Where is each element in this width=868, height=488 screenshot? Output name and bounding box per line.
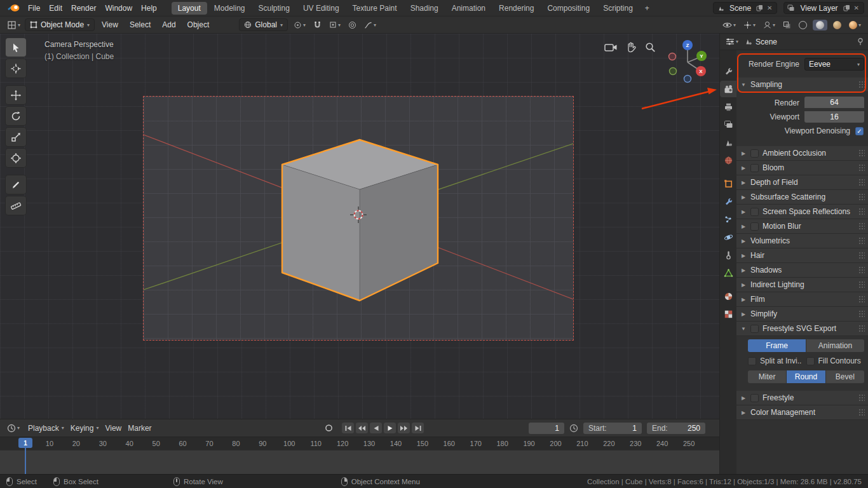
- gizmos-dropdown[interactable]: ▾: [742, 20, 757, 30]
- collapse-arrow-icon[interactable]: ▼: [740, 82, 747, 88]
- measure-tool[interactable]: [5, 196, 27, 215]
- snap-toggle[interactable]: [311, 20, 323, 30]
- view-layer-selector[interactable]: View Layer ✕: [783, 2, 864, 14]
- xray-toggle[interactable]: [781, 20, 793, 30]
- timeline-marker-menu[interactable]: Marker: [128, 424, 151, 433]
- axis-neg-z[interactable]: [684, 76, 691, 83]
- workspace-tab-animation[interactable]: Animation: [445, 2, 492, 15]
- previous-keyframe-button[interactable]: [356, 423, 368, 433]
- tab-render[interactable]: [720, 81, 736, 97]
- jump-to-start-button[interactable]: [342, 423, 354, 433]
- rotate-tool[interactable]: [5, 106, 27, 126]
- timeline-track[interactable]: [0, 450, 719, 474]
- axis-neg-x[interactable]: [669, 53, 676, 60]
- bloom-checkbox[interactable]: [750, 164, 759, 172]
- section-screen-space-reflections[interactable]: ▶ Screen Space Reflections: [736, 205, 868, 219]
- menu-edit[interactable]: Edit: [44, 3, 67, 14]
- new-scene-icon[interactable]: [756, 4, 763, 11]
- tab-output[interactable]: [720, 98, 736, 115]
- tab-object-data[interactable]: [720, 264, 736, 281]
- shading-rendered-button[interactable]: ▾: [847, 20, 863, 30]
- section-ambient-occlusion[interactable]: ▶ Ambient Occlusion: [736, 146, 868, 161]
- animation-button[interactable]: Animation: [806, 339, 864, 352]
- scene-selector[interactable]: Scene ✕: [713, 2, 777, 14]
- pin-icon[interactable]: [857, 37, 864, 46]
- section-subsurface-scattering[interactable]: ▶ Subsurface Scattering: [736, 190, 868, 205]
- split-at-invisible-option[interactable]: Split at Invi..: [748, 356, 806, 365]
- miter-button[interactable]: Miter: [748, 370, 786, 383]
- viewport-3d[interactable]: Camera Perspective (1) Collection | Cube: [0, 34, 719, 419]
- section-hair[interactable]: ▶ Hair: [736, 248, 868, 263]
- proportional-falloff-dropdown[interactable]: ▾: [362, 20, 378, 30]
- scale-tool[interactable]: [5, 127, 27, 147]
- add-menu[interactable]: Add: [158, 19, 180, 30]
- play-reverse-button[interactable]: [370, 423, 382, 433]
- tab-world[interactable]: [720, 152, 736, 168]
- select-menu[interactable]: Select: [125, 19, 155, 30]
- section-bloom[interactable]: ▶ Bloom: [736, 161, 868, 175]
- annotate-tool[interactable]: [5, 175, 27, 194]
- transform-orientation-dropdown[interactable]: Global ▾: [239, 18, 288, 31]
- frame-end-field[interactable]: End: 250: [647, 423, 705, 434]
- tab-tool[interactable]: [720, 63, 736, 79]
- tab-view-layer[interactable]: [720, 116, 736, 133]
- workspace-tab-rendering[interactable]: Rendering: [492, 2, 540, 15]
- tab-constraints[interactable]: [720, 247, 736, 263]
- shading-material-button[interactable]: [831, 20, 843, 30]
- section-volumetrics[interactable]: ▶ Volumetrics: [736, 234, 868, 248]
- section-film[interactable]: ▶ Film: [736, 292, 868, 307]
- transform-tool[interactable]: [5, 148, 27, 168]
- freestyle-checkbox[interactable]: [750, 394, 759, 402]
- show-object-types-dropdown[interactable]: ▾: [721, 20, 738, 30]
- blender-logo-icon[interactable]: [4, 4, 24, 12]
- mode-dropdown[interactable]: Object Mode ▾: [25, 18, 95, 31]
- playback-menu[interactable]: Playback▾: [28, 424, 64, 433]
- snap-target-dropdown[interactable]: ▾: [327, 20, 342, 30]
- ssr-checkbox[interactable]: [750, 208, 759, 216]
- select-box-tool[interactable]: [5, 37, 27, 57]
- freestyle-svg-checkbox[interactable]: [750, 325, 759, 333]
- menu-help[interactable]: Help: [137, 3, 161, 14]
- fill-contours-option[interactable]: Fill Contours: [806, 356, 865, 365]
- add-workspace-button[interactable]: +: [640, 3, 654, 14]
- round-button[interactable]: Round: [787, 370, 825, 383]
- workspace-tab-sculpting[interactable]: Sculpting: [252, 2, 296, 15]
- playhead-frame-badge[interactable]: 1: [18, 438, 32, 448]
- shading-solid-button[interactable]: [813, 20, 827, 30]
- section-indirect-lighting[interactable]: ▶ Indirect Lighting: [736, 278, 868, 292]
- cube-object[interactable]: [282, 140, 438, 301]
- shading-wireframe-button[interactable]: [797, 20, 809, 30]
- camera-view-button[interactable]: [604, 42, 618, 52]
- section-motion-blur[interactable]: ▶ Motion Blur: [736, 219, 868, 234]
- scene-name[interactable]: Scene: [727, 4, 754, 13]
- menu-file[interactable]: File: [24, 3, 44, 14]
- tab-scene[interactable]: [720, 134, 736, 151]
- current-frame-field[interactable]: 1: [529, 423, 564, 434]
- frame-start-field[interactable]: Start: 1: [583, 423, 642, 434]
- timeline-view-menu[interactable]: View: [105, 424, 121, 433]
- tab-physics[interactable]: [720, 229, 736, 245]
- section-shadows[interactable]: ▶ Shadows: [736, 263, 868, 278]
- unlink-scene-icon[interactable]: ✕: [766, 4, 773, 11]
- keying-menu[interactable]: Keying▾: [71, 424, 99, 433]
- play-button[interactable]: [384, 423, 396, 433]
- ambient-occlusion-checkbox[interactable]: [750, 149, 759, 158]
- move-view-button[interactable]: [626, 41, 637, 53]
- bevel-button[interactable]: Bevel: [826, 370, 864, 383]
- split-at-invisible-checkbox[interactable]: [748, 357, 756, 365]
- workspace-tab-scripting[interactable]: Scripting: [597, 2, 639, 15]
- remove-view-layer-icon[interactable]: ✕: [853, 4, 860, 11]
- workspace-tab-uv-editing[interactable]: UV Editing: [297, 2, 346, 15]
- properties-editor-type-button[interactable]: ▾: [724, 36, 740, 47]
- section-freestyle[interactable]: ▶ Freestyle: [736, 391, 868, 405]
- workspace-tab-texture-paint[interactable]: Texture Paint: [346, 2, 403, 15]
- sampling-viewport-field[interactable]: 16: [804, 111, 864, 123]
- editor-type-button[interactable]: ▾: [5, 19, 22, 31]
- auto-keying-button[interactable]: [323, 423, 335, 433]
- new-view-layer-icon[interactable]: [843, 4, 850, 11]
- workspace-tab-modeling[interactable]: Modeling: [208, 2, 252, 15]
- view-layer-icon[interactable]: [787, 4, 795, 12]
- motion-blur-checkbox[interactable]: [750, 222, 759, 231]
- scene-browse-icon[interactable]: [717, 4, 724, 12]
- view-layer-name[interactable]: View Layer: [797, 4, 840, 13]
